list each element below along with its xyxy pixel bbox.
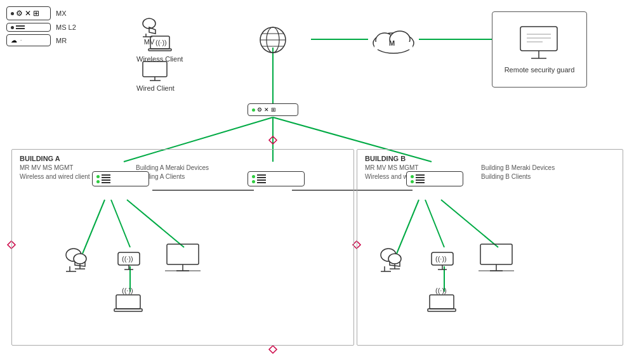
wireless-client-svg: ((·)) — [147, 35, 173, 55]
bb-mr: ((·)) — [426, 243, 458, 271]
svg-rect-77 — [428, 309, 456, 311]
svg-rect-27 — [143, 62, 167, 77]
top-mx-sym3: ⊞ — [271, 107, 276, 113]
ba-ms-dot1 — [96, 175, 100, 178]
svg-rect-40 — [520, 27, 557, 51]
svg-text:((·)): ((·)) — [435, 287, 447, 294]
bb-ms-dot1 — [411, 175, 414, 178]
bb-ms-row2 — [411, 179, 459, 183]
diagram-container: ⚙ ✕ ⊞ MX MS L2 ☁ · MR — [0, 0, 634, 364]
building-b-right-label: Building B Meraki Devices Building B Cli… — [481, 164, 555, 181]
svg-text:((·)): ((·)) — [122, 255, 133, 263]
bb-mr-svg: ((·)) — [426, 243, 458, 271]
svg-marker-16 — [269, 136, 277, 144]
svg-text:M: M — [389, 39, 395, 47]
bb-wireless-client: ((·)) — [426, 285, 458, 314]
building-a-title: BUILDING A — [20, 155, 60, 162]
internet-globe — [257, 24, 289, 56]
ba-ms-lines1 — [102, 174, 110, 178]
building-b-ms-right — [406, 171, 463, 186]
ba-ms-lines2 — [102, 179, 110, 183]
svg-text:((·)): ((·)) — [122, 287, 133, 294]
bb-camera — [376, 246, 407, 275]
svg-rect-58 — [116, 295, 140, 309]
mr-wifi-sym: ☁ — [11, 37, 17, 44]
mx-dot1 — [11, 12, 14, 15]
ba-camera — [61, 246, 93, 275]
globe-svg — [257, 24, 289, 56]
ba-wired-client — [164, 243, 202, 278]
legend-wireless-group: ((·)) Wireless Client — [136, 35, 183, 63]
ms-dot1 — [11, 26, 14, 29]
ms-label: MS L2 — [56, 23, 76, 31]
remote-security-guard: Remote security guard — [492, 11, 587, 88]
mx-icon-box: ⚙ ✕ ⊞ — [6, 6, 51, 20]
ba-ms-row1 — [96, 174, 145, 178]
ba-ms-dot2 — [96, 180, 100, 183]
svg-rect-25 — [149, 49, 171, 51]
center-ms-lines1 — [257, 174, 266, 178]
meraki-cloud: M — [368, 24, 419, 56]
mx-sym3: ⊞ — [33, 9, 39, 18]
center-ms-row1 — [252, 174, 300, 178]
bb-ms-lines1 — [416, 174, 425, 178]
bb-ms-lines2 — [416, 179, 425, 183]
building-b-title: BUILDING B — [365, 155, 406, 162]
mx-sym2: ✕ — [25, 9, 31, 18]
svg-rect-59 — [114, 309, 142, 311]
ba-wireless-client: ((·)) — [113, 285, 145, 314]
ms-line2 — [16, 28, 25, 29]
wired-client-label: Wired Client — [136, 84, 175, 92]
ba-mr-svg: ((·)) — [113, 243, 145, 271]
monitor-svg — [517, 25, 562, 63]
center-ms-dot1 — [252, 175, 255, 178]
legend-mx: ⚙ ✕ ⊞ MX — [6, 6, 76, 20]
center-ms-lines2 — [257, 179, 266, 183]
mx-label: MX — [56, 10, 67, 17]
legend-mr: ☁ · MR — [6, 34, 76, 46]
legend-wired-group: Wired Client — [136, 60, 175, 92]
cloud-svg: M — [368, 24, 419, 56]
svg-rect-78 — [480, 244, 512, 264]
bb-ms-dot2 — [411, 180, 414, 183]
legend: ⚙ ✕ ⊞ MX MS L2 ☁ · MR — [6, 6, 76, 46]
center-ms-row2 — [252, 179, 300, 183]
ba-mr: ((·)) — [113, 243, 145, 271]
bb-wired-client — [477, 243, 515, 278]
svg-text:((·)): ((·)) — [435, 255, 447, 263]
svg-rect-60 — [167, 244, 199, 264]
legend-ms: MS L2 — [6, 23, 76, 32]
ba-ms-row2 — [96, 179, 145, 183]
building-a-ms-left — [92, 171, 149, 186]
bb-laptop-svg: ((·)) — [426, 285, 458, 314]
svg-rect-76 — [430, 295, 454, 309]
ba-monitor-svg — [164, 243, 202, 278]
center-ms-dot2 — [252, 180, 255, 183]
svg-point-68 — [388, 254, 401, 264]
ms-line1 — [16, 25, 25, 27]
mr-dot-sym: · — [20, 37, 22, 43]
top-mx-box: ⚙ ✕ ⊞ — [248, 103, 298, 116]
svg-point-50 — [74, 254, 86, 264]
mr-icon-box: ☁ · — [6, 34, 51, 46]
mr-label: MR — [56, 37, 67, 44]
bb-monitor-svg — [477, 243, 515, 278]
top-mx-sym2: ✕ — [264, 107, 269, 113]
ms-lines — [16, 25, 25, 29]
ba-laptop-svg: ((·)) — [113, 285, 145, 314]
svg-text:((·)): ((·)) — [155, 39, 167, 46]
center-ms — [248, 171, 305, 186]
bb-camera-svg — [376, 246, 407, 275]
building-a-sublabel: MR MV MS MGMT Wireless and wired client — [20, 164, 90, 181]
bb-ms-row1 — [411, 174, 459, 178]
ba-camera-svg — [61, 246, 93, 275]
wired-client-svg — [142, 60, 169, 84]
top-mx-row1: ⚙ ✕ ⊞ — [252, 107, 294, 113]
mx-sym1: ⚙ — [16, 9, 23, 18]
svg-marker-19 — [269, 346, 277, 353]
remote-label: Remote security guard — [505, 66, 575, 74]
top-mx-dot1 — [252, 108, 255, 112]
ms-icon-box — [6, 23, 51, 32]
top-mx-sym1: ⚙ — [257, 107, 262, 113]
